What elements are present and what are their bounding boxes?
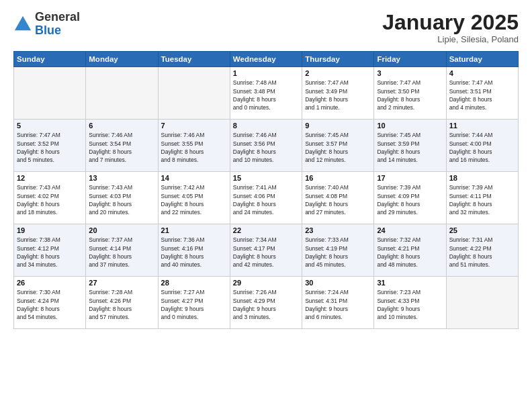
day-number: 8 — [233, 122, 299, 130]
logo: General Blue — [13, 11, 80, 38]
day-number: 13 — [89, 174, 154, 182]
title-area: January 2025 Lipie, Silesia, Poland — [382, 11, 519, 44]
table-row: 19Sunrise: 7:38 AM Sunset: 4:12 PM Dayli… — [14, 224, 86, 277]
day-info: Sunrise: 7:34 AM Sunset: 4:17 PM Dayligh… — [233, 236, 299, 269]
table-row: 7Sunrise: 7:46 AM Sunset: 3:55 PM Daylig… — [158, 120, 230, 172]
day-info: Sunrise: 7:32 AM Sunset: 4:21 PM Dayligh… — [377, 236, 443, 269]
table-row: 25Sunrise: 7:31 AM Sunset: 4:22 PM Dayli… — [446, 224, 518, 277]
day-number: 12 — [17, 174, 83, 182]
calendar-week-row: 26Sunrise: 7:30 AM Sunset: 4:24 PM Dayli… — [14, 277, 519, 329]
day-info: Sunrise: 7:33 AM Sunset: 4:19 PM Dayligh… — [305, 236, 371, 269]
table-row: 10Sunrise: 7:45 AM Sunset: 3:59 PM Dayli… — [374, 120, 446, 172]
logo-icon — [13, 15, 32, 34]
day-number: 26 — [17, 279, 83, 287]
days-header-row: SundayMondayTuesdayWednesdayThursdayFrid… — [14, 52, 519, 67]
day-number: 3 — [377, 69, 443, 77]
table-row: 4Sunrise: 7:47 AM Sunset: 3:51 PM Daylig… — [446, 67, 518, 120]
day-info: Sunrise: 7:26 AM Sunset: 4:29 PM Dayligh… — [233, 288, 299, 321]
table-row: 30Sunrise: 7:24 AM Sunset: 4:31 PM Dayli… — [302, 277, 374, 329]
day-info: Sunrise: 7:44 AM Sunset: 4:00 PM Dayligh… — [449, 131, 515, 164]
logo-general: General — [35, 10, 80, 24]
logo-text: General Blue — [35, 11, 80, 38]
calendar-week-row: 19Sunrise: 7:38 AM Sunset: 4:12 PM Dayli… — [14, 224, 519, 277]
day-info: Sunrise: 7:47 AM Sunset: 3:51 PM Dayligh… — [449, 79, 515, 111]
day-info: Sunrise: 7:43 AM Sunset: 4:03 PM Dayligh… — [89, 183, 154, 216]
table-row: 29Sunrise: 7:26 AM Sunset: 4:29 PM Dayli… — [230, 277, 302, 329]
day-number: 23 — [305, 226, 371, 234]
day-info: Sunrise: 7:40 AM Sunset: 4:08 PM Dayligh… — [305, 183, 371, 216]
table-row: 27Sunrise: 7:28 AM Sunset: 4:26 PM Dayli… — [86, 277, 158, 329]
day-number: 30 — [305, 279, 371, 287]
table-row: 13Sunrise: 7:43 AM Sunset: 4:03 PM Dayli… — [86, 172, 158, 224]
day-info: Sunrise: 7:42 AM Sunset: 4:05 PM Dayligh… — [161, 183, 227, 216]
day-number: 20 — [89, 226, 154, 234]
day-number: 14 — [161, 174, 227, 182]
day-info: Sunrise: 7:47 AM Sunset: 3:50 PM Dayligh… — [377, 79, 443, 111]
day-info: Sunrise: 7:31 AM Sunset: 4:22 PM Dayligh… — [449, 236, 515, 269]
day-number: 16 — [305, 174, 371, 182]
day-number: 28 — [161, 279, 227, 287]
table-row: 31Sunrise: 7:23 AM Sunset: 4:33 PM Dayli… — [374, 277, 446, 329]
day-number: 2 — [305, 69, 371, 77]
location: Lipie, Silesia, Poland — [382, 34, 519, 44]
day-info: Sunrise: 7:27 AM Sunset: 4:27 PM Dayligh… — [161, 288, 227, 321]
day-number: 24 — [377, 226, 443, 234]
calendar-week-row: 12Sunrise: 7:43 AM Sunset: 4:02 PM Dayli… — [14, 172, 519, 224]
day-header-sunday: Sunday — [14, 52, 86, 67]
calendar-week-row: 1Sunrise: 7:48 AM Sunset: 3:48 PM Daylig… — [14, 67, 519, 120]
day-info: Sunrise: 7:39 AM Sunset: 4:11 PM Dayligh… — [449, 183, 515, 216]
table-row: 14Sunrise: 7:42 AM Sunset: 4:05 PM Dayli… — [158, 172, 230, 224]
table-row: 17Sunrise: 7:39 AM Sunset: 4:09 PM Dayli… — [374, 172, 446, 224]
table-row: 22Sunrise: 7:34 AM Sunset: 4:17 PM Dayli… — [230, 224, 302, 277]
day-header-tuesday: Tuesday — [158, 52, 230, 67]
day-number: 6 — [89, 122, 154, 130]
svg-marker-1 — [16, 18, 30, 29]
day-info: Sunrise: 7:45 AM Sunset: 3:57 PM Dayligh… — [305, 131, 371, 164]
page: General Blue January 2025 Lipie, Silesia… — [0, 0, 532, 411]
day-number: 4 — [449, 69, 515, 77]
table-row: 1Sunrise: 7:48 AM Sunset: 3:48 PM Daylig… — [230, 67, 302, 120]
day-header-thursday: Thursday — [302, 52, 374, 67]
day-info: Sunrise: 7:36 AM Sunset: 4:16 PM Dayligh… — [161, 236, 227, 269]
table-row: 15Sunrise: 7:41 AM Sunset: 4:06 PM Dayli… — [230, 172, 302, 224]
table-row: 5Sunrise: 7:47 AM Sunset: 3:52 PM Daylig… — [14, 120, 86, 172]
day-number: 10 — [377, 122, 443, 130]
day-number: 15 — [233, 174, 299, 182]
day-info: Sunrise: 7:41 AM Sunset: 4:06 PM Dayligh… — [233, 183, 299, 216]
day-number: 1 — [233, 69, 299, 77]
day-info: Sunrise: 7:30 AM Sunset: 4:24 PM Dayligh… — [17, 288, 83, 321]
day-info: Sunrise: 7:48 AM Sunset: 3:48 PM Dayligh… — [233, 79, 299, 111]
day-number: 5 — [17, 122, 83, 130]
table-row: 8Sunrise: 7:46 AM Sunset: 3:56 PM Daylig… — [230, 120, 302, 172]
table-row: 11Sunrise: 7:44 AM Sunset: 4:00 PM Dayli… — [446, 120, 518, 172]
day-info: Sunrise: 7:45 AM Sunset: 3:59 PM Dayligh… — [377, 131, 443, 164]
day-header-friday: Friday — [374, 52, 446, 67]
day-info: Sunrise: 7:24 AM Sunset: 4:31 PM Dayligh… — [305, 288, 371, 321]
day-info: Sunrise: 7:39 AM Sunset: 4:09 PM Dayligh… — [377, 183, 443, 216]
month-title: January 2025 — [382, 11, 519, 34]
day-number: 22 — [233, 226, 299, 234]
day-info: Sunrise: 7:38 AM Sunset: 4:12 PM Dayligh… — [17, 236, 83, 269]
calendar: SundayMondayTuesdayWednesdayThursdayFrid… — [13, 51, 519, 329]
table-row: 26Sunrise: 7:30 AM Sunset: 4:24 PM Dayli… — [14, 277, 86, 329]
day-number: 17 — [377, 174, 443, 182]
day-number: 31 — [377, 279, 443, 287]
table-row: 24Sunrise: 7:32 AM Sunset: 4:21 PM Dayli… — [374, 224, 446, 277]
day-number: 9 — [305, 122, 371, 130]
table-row: 28Sunrise: 7:27 AM Sunset: 4:27 PM Dayli… — [158, 277, 230, 329]
table-row: 3Sunrise: 7:47 AM Sunset: 3:50 PM Daylig… — [374, 67, 446, 120]
day-number: 7 — [161, 122, 227, 130]
day-number: 21 — [161, 226, 227, 234]
day-info: Sunrise: 7:47 AM Sunset: 3:52 PM Dayligh… — [17, 131, 83, 164]
table-row — [86, 67, 158, 120]
table-row — [446, 277, 518, 329]
day-number: 25 — [449, 226, 515, 234]
table-row: 21Sunrise: 7:36 AM Sunset: 4:16 PM Dayli… — [158, 224, 230, 277]
day-info: Sunrise: 7:37 AM Sunset: 4:14 PM Dayligh… — [89, 236, 154, 269]
day-number: 11 — [449, 122, 515, 130]
day-info: Sunrise: 7:46 AM Sunset: 3:54 PM Dayligh… — [89, 131, 154, 164]
day-info: Sunrise: 7:46 AM Sunset: 3:56 PM Dayligh… — [233, 131, 299, 164]
day-number: 29 — [233, 279, 299, 287]
table-row: 12Sunrise: 7:43 AM Sunset: 4:02 PM Dayli… — [14, 172, 86, 224]
table-row: 16Sunrise: 7:40 AM Sunset: 4:08 PM Dayli… — [302, 172, 374, 224]
